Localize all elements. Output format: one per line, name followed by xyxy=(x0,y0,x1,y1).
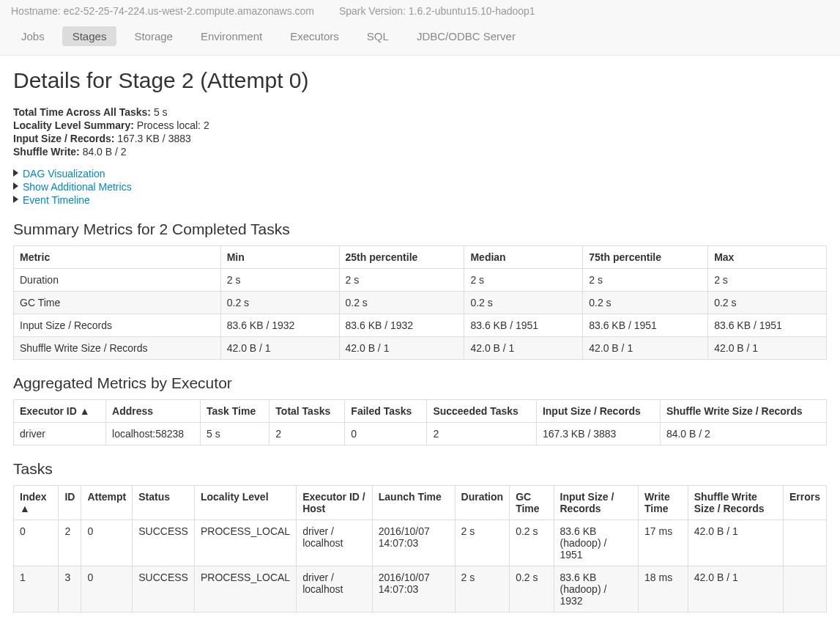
nav-tab-executors[interactable]: Executors xyxy=(280,26,349,46)
nav-tab-jdbc-odbc-server[interactable]: JDBC/ODBC Server xyxy=(406,26,526,46)
table-cell: 42.0 B / 1 xyxy=(688,520,783,566)
expander-event-timeline[interactable]: Event Timeline xyxy=(13,194,827,206)
column-header[interactable]: Status xyxy=(133,486,195,520)
table-cell: PROCESS_LOCAL xyxy=(194,520,296,566)
meta-label: Locality Level Summary: xyxy=(13,119,134,131)
nav-tab-storage[interactable]: Storage xyxy=(124,26,183,46)
aggregated-metrics-table: Executor ID ▲AddressTask TimeTotal Tasks… xyxy=(13,399,827,445)
tasks-title: Tasks xyxy=(13,460,827,478)
table-cell: 2 s xyxy=(220,269,339,292)
table-cell: 0 xyxy=(81,566,133,613)
column-header[interactable]: Shuffle Write Size / Records xyxy=(688,486,783,520)
table-cell: 3 xyxy=(59,566,81,613)
column-header[interactable]: Address xyxy=(106,400,201,423)
table-cell: 0 xyxy=(14,520,59,566)
column-header[interactable]: Executor ID / Host xyxy=(297,486,373,520)
table-cell: 2 xyxy=(59,520,81,566)
expander-show-additional-metrics[interactable]: Show Additional Metrics xyxy=(13,181,827,193)
column-header: 75th percentile xyxy=(583,246,708,269)
hostname-value: ec2-52-25-74-224.us-west-2.compute.amazo… xyxy=(64,5,314,17)
column-header[interactable]: Executor ID ▲ xyxy=(14,400,106,423)
nav-tab-environment[interactable]: Environment xyxy=(190,26,272,46)
column-header[interactable]: Index ▲ xyxy=(14,486,59,520)
expander-dag-visualization[interactable]: DAG Visualization xyxy=(13,168,827,180)
meta-row: Total Time Across All Tasks: 5 s xyxy=(13,106,827,118)
column-header[interactable]: Launch Time xyxy=(372,486,455,520)
table-cell: 18 ms xyxy=(639,566,688,613)
triangle-right-icon xyxy=(13,169,18,177)
table-cell: 2 xyxy=(427,423,537,445)
table-cell: SUCCESS xyxy=(133,520,195,566)
column-header[interactable]: Attempt xyxy=(81,486,133,520)
column-header[interactable]: Failed Tasks xyxy=(345,400,427,423)
meta-label: Total Time Across All Tasks: xyxy=(13,106,151,118)
table-cell: 2 s xyxy=(583,269,708,292)
column-header[interactable]: Input Size / Records xyxy=(554,486,639,520)
spark-version-label: Spark Version: xyxy=(339,5,406,17)
table-cell: 0.2 s xyxy=(583,292,708,314)
column-header[interactable]: Duration xyxy=(455,486,510,520)
table-cell: 2016/10/07 14:07:03 xyxy=(372,520,455,566)
table-cell: 83.6 KB / 1951 xyxy=(464,314,583,337)
table-cell: PROCESS_LOCAL xyxy=(194,566,296,613)
column-header: Median xyxy=(464,246,583,269)
topbar: Hostname: ec2-52-25-74-224.us-west-2.com… xyxy=(0,0,840,23)
summary-title: Summary Metrics for 2 Completed Tasks xyxy=(13,221,827,238)
column-header[interactable]: Shuffle Write Size / Records xyxy=(660,400,826,423)
table-cell: 2 s xyxy=(455,566,510,613)
tasks-table: Index ▲IDAttemptStatusLocality LevelExec… xyxy=(13,485,827,613)
nav-tab-sql[interactable]: SQL xyxy=(357,26,399,46)
table-cell: 42.0 B / 1 xyxy=(220,337,339,360)
table-row: 020SUCCESSPROCESS_LOCALdriver / localhos… xyxy=(14,520,827,566)
column-header[interactable]: GC Time xyxy=(510,486,554,520)
table-row: GC Time0.2 s0.2 s0.2 s0.2 s0.2 s xyxy=(14,292,827,314)
expander-label: Show Additional Metrics xyxy=(23,181,132,193)
table-cell: 2 xyxy=(270,423,345,445)
meta-value: 167.3 KB / 3883 xyxy=(114,133,190,144)
table-cell: 83.6 KB (hadoop) / 1932 xyxy=(554,566,639,613)
table-cell xyxy=(783,566,826,613)
table-cell: driver xyxy=(14,423,106,445)
column-header[interactable]: Input Size / Records xyxy=(536,400,660,423)
table-cell: 5 s xyxy=(201,423,270,445)
table-cell: 0.2 s xyxy=(510,520,554,566)
column-header[interactable]: Write Time xyxy=(639,486,688,520)
column-header[interactable]: Total Tasks xyxy=(270,400,345,423)
table-cell: Shuffle Write Size / Records xyxy=(14,337,221,360)
nav-tabs: JobsStagesStorageEnvironmentExecutorsSQL… xyxy=(0,23,840,56)
expander-label: Event Timeline xyxy=(23,194,90,206)
table-cell: 167.3 KB / 3883 xyxy=(536,423,660,445)
meta-value: 5 s xyxy=(151,106,168,118)
meta-value: Process local: 2 xyxy=(134,119,209,131)
table-cell: 83.6 KB / 1951 xyxy=(708,314,827,337)
expander-label: DAG Visualization xyxy=(23,168,105,180)
column-header[interactable]: Locality Level xyxy=(194,486,296,520)
table-cell: 83.6 KB / 1932 xyxy=(339,314,464,337)
nav-tab-stages[interactable]: Stages xyxy=(62,26,117,46)
table-cell: 42.0 B / 1 xyxy=(688,566,783,613)
nav-tab-label: Jobs xyxy=(21,30,45,42)
column-header[interactable]: Errors xyxy=(783,486,826,520)
table-cell: 17 ms xyxy=(639,520,688,566)
table-cell xyxy=(783,520,826,566)
column-header: Min xyxy=(220,246,339,269)
table-cell: 2 s xyxy=(464,269,583,292)
meta-row: Input Size / Records: 167.3 KB / 3883 xyxy=(13,133,827,144)
spark-version-value: 1.6.2-ubuntu15.10-hadoop1 xyxy=(409,5,535,17)
table-cell: 0 xyxy=(81,520,133,566)
nav-tab-jobs[interactable]: Jobs xyxy=(11,26,55,46)
column-header[interactable]: ID xyxy=(59,486,81,520)
meta-label: Shuffle Write: xyxy=(13,146,80,158)
table-cell: 0.2 s xyxy=(464,292,583,314)
table-cell: driver / localhost xyxy=(297,520,373,566)
summary-metrics-table: MetricMin25th percentileMedian75th perce… xyxy=(13,245,827,360)
table-cell: 1 xyxy=(14,566,59,613)
column-header[interactable]: Succeeded Tasks xyxy=(427,400,537,423)
table-cell: 0.2 s xyxy=(339,292,464,314)
column-header[interactable]: Task Time xyxy=(201,400,270,423)
table-cell: 2 s xyxy=(708,269,827,292)
table-cell: 0.2 s xyxy=(510,566,554,613)
table-cell: 0 xyxy=(345,423,427,445)
nav-tab-label: Storage xyxy=(134,30,173,42)
column-header: Max xyxy=(708,246,827,269)
